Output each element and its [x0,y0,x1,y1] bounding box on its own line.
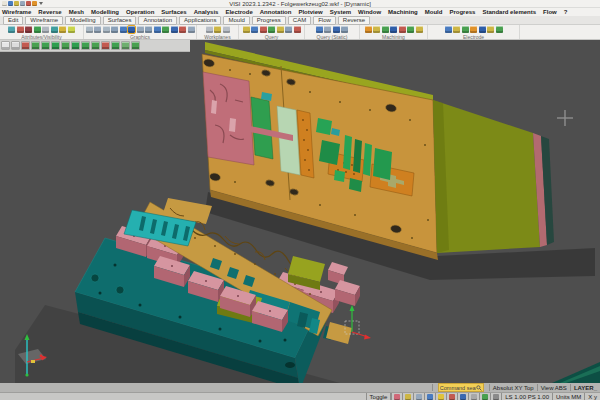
ribbon-icon[interactable] [42,26,49,33]
ribbon-icon[interactable] [365,26,372,33]
ribbon-icon[interactable] [103,26,110,33]
ribbon-icon[interactable] [390,26,397,33]
ribbon-icon[interactable] [68,26,75,33]
units-status[interactable]: Units MM [552,393,584,400]
ribbon-icon[interactable] [243,26,250,33]
pale-green-plate[interactable] [277,106,300,175]
menu-item[interactable]: Electrode [225,9,252,15]
ribbon-icon[interactable] [462,26,469,33]
menu-item[interactable]: Window [358,9,381,15]
menu-item[interactable]: Analysis [194,9,219,15]
ribbon-icon[interactable] [277,26,284,33]
tab[interactable]: Surfaces [103,16,137,25]
tab[interactable]: Annotation [138,16,177,25]
ribbon-icon[interactable] [268,26,275,33]
ribbon-icon[interactable] [333,26,340,33]
ribbon-icon[interactable] [294,26,301,33]
menu-item[interactable]: Mesh [69,9,84,15]
ribbon-icon[interactable] [214,26,221,33]
filter-toolbar-icon[interactable] [121,41,130,50]
ribbon-icon[interactable] [316,26,323,33]
menu-item[interactable]: System [330,9,351,15]
upper-die-model[interactable] [202,42,554,260]
ribbon-icon[interactable] [487,26,494,33]
filter-toolbar-icon[interactable] [11,41,20,50]
corner-plate-wedge[interactable] [552,362,600,383]
ribbon-icon[interactable] [128,26,135,33]
coordinate-mode-status[interactable]: Absolut XY Top [489,384,537,391]
status-toggle-icon[interactable] [405,394,411,400]
filter-toolbar-icon[interactable] [51,41,60,50]
tab[interactable]: Flow [313,16,336,25]
filter-toolbar-icon[interactable] [41,41,50,50]
ribbon-icon[interactable] [373,26,380,33]
status-toggle-icon[interactable] [427,394,433,400]
menu-item[interactable]: Wireframe [2,9,31,15]
status-toggle-icon[interactable] [471,394,477,400]
ribbon-icon[interactable] [407,26,414,33]
ribbon-icon[interactable] [206,26,213,33]
menu-item[interactable]: Progress [449,9,475,15]
tab[interactable]: Applications [179,16,221,25]
ribbon-icon[interactable] [111,26,118,33]
menu-item[interactable]: Operation [126,9,154,15]
ribbon-icon[interactable] [34,26,41,33]
ribbon-icon[interactable] [25,26,32,33]
menu-item[interactable]: Mould [425,9,443,15]
tab[interactable]: Progress [252,16,286,25]
filter-toolbar-icon[interactable] [1,41,10,50]
status-toggle-icon[interactable] [416,394,422,400]
status-toggle-icon[interactable] [493,394,499,400]
menu-item[interactable]: Standard elements [482,9,536,15]
scale-status[interactable]: LS 1.00 PS 1.00 [501,393,552,400]
filter-toolbar-icon[interactable] [71,41,80,50]
menu-item[interactable]: Annotation [260,9,292,15]
ribbon-icon[interactable] [479,26,486,33]
ribbon-icon[interactable] [51,26,58,33]
3d-viewport[interactable] [0,40,600,383]
filter-toolbar-icon[interactable] [21,41,30,50]
filter-toolbar-icon[interactable] [81,41,90,50]
menu-item[interactable]: Machining [388,9,418,15]
pink-insert-plate[interactable] [203,72,254,165]
ribbon-icon[interactable] [120,26,127,33]
menu-item[interactable]: Surfaces [161,9,186,15]
ribbon-icon[interactable] [399,26,406,33]
ribbon-icon[interactable] [94,26,101,33]
menu-item[interactable]: Plotview [298,9,322,15]
command-search-input[interactable] [440,385,476,391]
filter-toolbar-icon[interactable] [31,41,40,50]
status-toggle-icon[interactable] [482,394,488,400]
ribbon-icon[interactable] [179,26,186,33]
ribbon-icon[interactable] [341,26,348,33]
menu-item[interactable]: Modelling [91,9,119,15]
status-toggle-icon[interactable] [438,394,444,400]
ribbon-icon[interactable] [137,26,144,33]
toggle-button[interactable]: Toggle [366,393,391,400]
filter-toolbar-icon[interactable] [61,41,70,50]
ribbon-icon[interactable] [223,26,230,33]
ribbon-icon[interactable] [324,26,331,33]
ribbon-icon[interactable] [154,26,161,33]
tab[interactable]: Mould [223,16,249,25]
ribbon-icon[interactable] [382,26,389,33]
tab[interactable]: Wireframe [25,16,63,25]
status-toggle-icon[interactable] [449,394,455,400]
filter-toolbar-icon[interactable] [101,41,110,50]
view-status[interactable]: View ABS [537,384,570,391]
ribbon-icon[interactable] [260,26,267,33]
ribbon-icon[interactable] [416,26,423,33]
command-search[interactable] [432,384,489,391]
ribbon-icon[interactable] [162,26,169,33]
ribbon-icon[interactable] [470,26,477,33]
menu-item[interactable]: ? [564,9,568,15]
ribbon-icon[interactable] [86,26,93,33]
ribbon-icon[interactable] [445,26,452,33]
ribbon-icon[interactable] [171,26,178,33]
menu-item[interactable]: Flow [543,9,557,15]
layer-status[interactable]: LAYER_ [570,384,600,391]
tab[interactable]: CAM [288,16,311,25]
status-toggle-icon[interactable] [394,394,400,400]
tab[interactable]: Modelling [65,16,101,25]
filter-toolbar-icon[interactable] [131,41,140,50]
